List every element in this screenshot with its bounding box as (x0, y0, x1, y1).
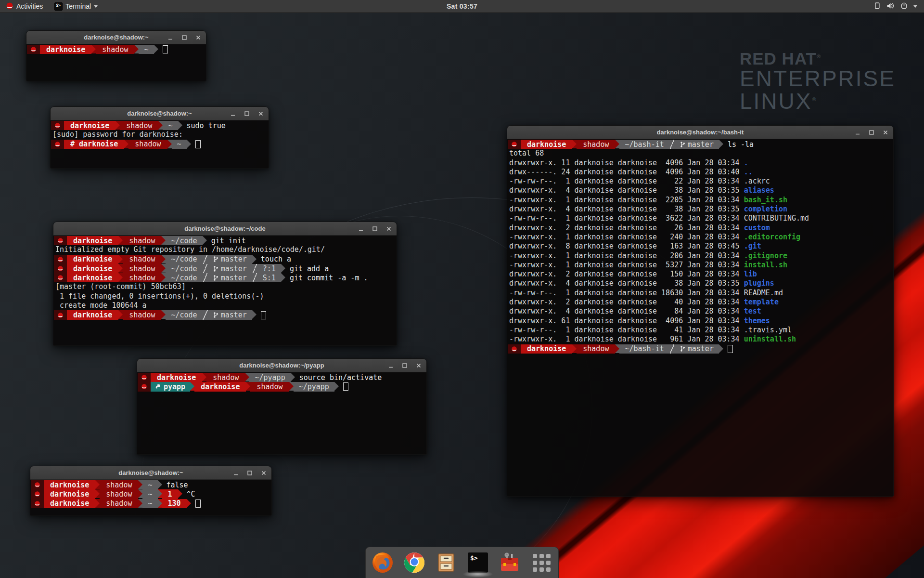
terminal-window-sudo[interactable]: darknoise@shadow:~darknoiseshadow~sudo t… (50, 106, 269, 169)
segment-arrow-separator (281, 264, 285, 273)
prompt-segment-git: master (208, 274, 252, 282)
window-title: darknoise@shadow:~/bash-it (507, 129, 893, 136)
terminal-window-home-1[interactable]: darknoise@shadow:~darknoiseshadow~ (26, 30, 206, 81)
dock-item-terminal[interactable]: $> (467, 552, 489, 574)
minimize-button-icon (233, 470, 239, 476)
maximize-button[interactable] (243, 110, 250, 117)
terminal-content[interactable]: darknoiseshadow~falsedarknoiseshadow~1^C… (30, 480, 271, 515)
segment-arrow-separator (118, 273, 123, 282)
clock[interactable]: Sat 03:57 (447, 2, 477, 10)
close-button[interactable] (257, 110, 264, 117)
app-menu-terminal[interactable]: $> Terminal (49, 0, 103, 13)
close-button[interactable] (194, 34, 202, 41)
terminal-prompt-line: darknoiseshadow~/codegit init (54, 236, 397, 245)
chevron-down-icon (94, 5, 98, 8)
maximize-button[interactable] (371, 225, 378, 232)
prompt-segment-user: darknoise (40, 45, 91, 54)
dock-item-app-grid[interactable] (530, 552, 552, 574)
prompt-segment-path: ~ (139, 45, 154, 54)
segment-arrow-separator (118, 236, 123, 245)
window-titlebar[interactable]: darknoise@shadow:~ (51, 107, 269, 120)
terminal-content[interactable]: darknoiseshadow~/pyappsource bin/activat… (137, 372, 426, 454)
terminal-output-line: create mode 100644 a (54, 301, 397, 310)
prompt-segment-user: darknoise (67, 310, 118, 319)
window-controls (387, 362, 422, 369)
segment-arrow-separator (161, 310, 166, 319)
segment-arrow-separator (615, 344, 619, 353)
window-titlebar[interactable]: darknoise@shadow:~/code (53, 222, 397, 236)
segment-arrow-separator (161, 264, 166, 273)
window-titlebar[interactable]: darknoise@shadow:~ (30, 466, 271, 480)
file-list-row: -rwxrwxr-x. 1 darknoise darknoise 206 Ja… (508, 251, 893, 261)
file-name: .git (744, 242, 761, 250)
prompt-segment-path: ~ (142, 499, 157, 508)
activities-button[interactable]: Activities (0, 0, 49, 13)
minimize-button[interactable] (854, 129, 861, 136)
dock-item-firefox[interactable] (372, 552, 394, 574)
prompt-segment-exit: 130 (162, 499, 187, 508)
prompt-segment-path: ~/bash-it (619, 344, 669, 353)
display-brightness-icon[interactable] (873, 2, 881, 11)
file-list-row: -rwxrwxr-x. 1 darknoise darknoise 961 Ja… (508, 335, 893, 344)
maximize-button[interactable] (246, 469, 253, 476)
terminal-content[interactable]: darknoiseshadow~/bash-itmasterls -latota… (507, 139, 893, 496)
redhat-prompt-icon (508, 140, 521, 149)
minimize-button[interactable] (167, 34, 174, 41)
prompt-segment-user: darknoise (44, 480, 95, 489)
window-titlebar[interactable]: darknoise@shadow:~ (26, 31, 206, 44)
maximize-button[interactable] (180, 34, 188, 41)
close-button[interactable] (882, 129, 889, 136)
app-grid-icon (533, 554, 551, 572)
dock-item-chrome[interactable] (403, 552, 425, 574)
close-button[interactable] (385, 225, 392, 232)
segment-slash-separator (669, 140, 675, 149)
prompt-segment-user: darknoise (67, 273, 118, 282)
prompt-segment-path: ~/bash-itmaster (619, 140, 719, 149)
terminal-cursor (343, 382, 348, 391)
file-row-meta: -rwxrwxr-x. 1 darknoise darknoise 961 Ja… (509, 335, 744, 343)
minimize-button[interactable] (387, 362, 394, 369)
terminal-content[interactable]: darknoiseshadow~sudo true[sudo] password… (51, 120, 269, 168)
terminal-window-bash-it[interactable]: darknoise@shadow:~/bash-itdarknoiseshado… (507, 125, 894, 497)
terminal-window-home-2[interactable]: darknoise@shadow:~darknoiseshadow~falsed… (30, 466, 272, 516)
terminal-content[interactable]: darknoiseshadow~/codegit initInitialized… (53, 236, 397, 345)
terminal-content[interactable]: darknoiseshadow~ (26, 44, 206, 81)
segment-arrow-separator (615, 140, 619, 148)
window-controls (229, 110, 264, 117)
file-list-row: drwxrwxr-x. 4 darknoise darknoise 38 Jan… (508, 205, 893, 214)
file-row-meta: -rw-rw-r--. 1 darknoise darknoise 3622 J… (509, 214, 744, 223)
window-titlebar[interactable]: darknoise@shadow:~/bash-it (507, 126, 893, 139)
close-button[interactable] (260, 469, 267, 476)
minimize-button[interactable] (232, 469, 239, 476)
minimize-button[interactable] (229, 110, 236, 117)
file-list-row: drwxrwxr-x. 4 darknoise darknoise 84 Jan… (508, 307, 893, 316)
segment-arrow-separator (252, 310, 257, 319)
maximize-button[interactable] (401, 362, 408, 369)
prompt-segment-path: ~/bash-it (619, 140, 669, 149)
segment-slash-separator (203, 273, 208, 282)
dock-item-toolbox[interactable] (499, 552, 521, 574)
file-row-meta: drwxrwxr-x. 4 darknoise darknoise 38 Jan… (509, 186, 744, 195)
power-icon[interactable] (900, 2, 908, 11)
window-titlebar[interactable]: darknoise@shadow:~/pyapp (137, 359, 426, 372)
maximize-button[interactable] (868, 129, 875, 136)
file-list-row: drwxrwxr-x. 4 darknoise darknoise 38 Jan… (508, 279, 893, 288)
terminal-window-code[interactable]: darknoise@shadow:~/codedarknoiseshadow~/… (53, 222, 397, 346)
segment-arrow-separator (138, 499, 142, 508)
segment-arrow-separator (158, 121, 163, 130)
file-name: .gitignore (744, 251, 787, 260)
terminal-cursor (195, 140, 201, 148)
file-row-meta: drwx------. 24 darknoise darknoise 4096 … (509, 168, 744, 176)
segment-arrow-separator (245, 373, 249, 381)
maximize-button-icon (247, 470, 253, 476)
terminal-output-line: total 68 (508, 149, 893, 158)
dock-item-files[interactable] (435, 552, 457, 574)
segment-arrow-separator (138, 489, 142, 498)
minimize-button[interactable] (357, 225, 364, 232)
minimize-button-icon (855, 130, 860, 135)
volume-icon[interactable] (886, 2, 895, 11)
prompt-segment-git: master (208, 311, 252, 319)
terminal-window-pyapp[interactable]: darknoise@shadow:~/pyappdarknoiseshadow~… (137, 358, 427, 455)
close-button[interactable] (415, 362, 422, 369)
system-menu-chevron-icon[interactable] (913, 5, 917, 8)
